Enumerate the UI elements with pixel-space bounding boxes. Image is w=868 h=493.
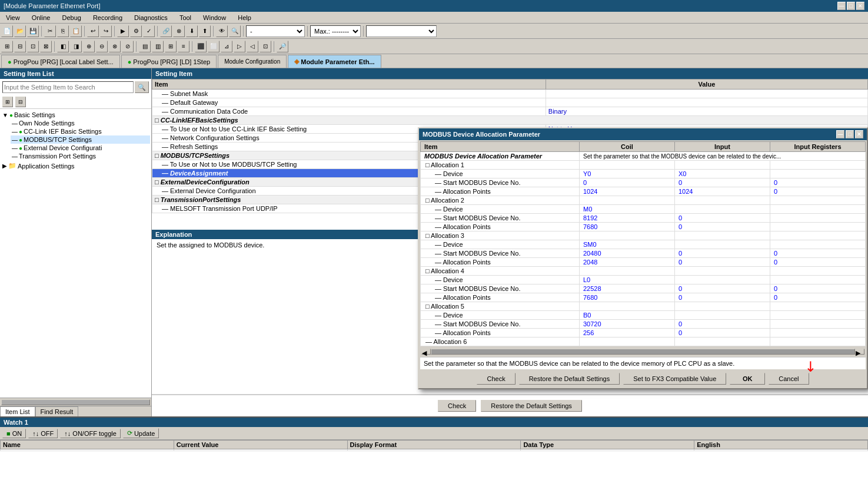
tb2-b3[interactable]: ⊡: [27, 41, 39, 52]
menu-online[interactable]: Online: [28, 14, 54, 22]
tb-search[interactable]: 🔍: [229, 25, 241, 37]
tb2-b7[interactable]: ⊕: [83, 41, 95, 52]
maximize-btn[interactable]: □: [847, 2, 855, 10]
watch-toggle-btn[interactable]: ↑↓ ON/OFF toggle: [60, 429, 121, 438]
minimize-btn[interactable]: —: [837, 2, 846, 10]
tb-save[interactable]: 💾: [27, 25, 39, 37]
dialog-restore-btn[interactable]: Restore the Default Settings: [519, 373, 620, 385]
tab-item-list[interactable]: Item List: [0, 406, 35, 416]
tb-connect[interactable]: 🔗: [160, 25, 172, 37]
tb2-b18[interactable]: ▷: [234, 41, 245, 52]
search-button[interactable]: 🔍: [135, 81, 149, 93]
hscroll-right[interactable]: ▶: [855, 349, 864, 355]
label-selector[interactable]: [366, 25, 437, 37]
dialog-cancel-btn[interactable]: Cancel: [769, 373, 809, 385]
tree-label-trans[interactable]: — Transmission Port Settings: [11, 152, 150, 160]
dialog-close-btn[interactable]: ✕: [855, 130, 863, 138]
tb2-b6[interactable]: ◨: [70, 41, 82, 52]
tab-progpou-ld[interactable]: ● ProgPou [PRG] [LD] 1Step: [121, 55, 217, 68]
tree-label-basic[interactable]: ▼ ● Basic Settings: [1, 111, 150, 119]
watch-empty-name: [1, 449, 174, 451]
tb-open[interactable]: 📂: [14, 25, 26, 37]
tb2-b15[interactable]: ⬛: [195, 41, 207, 52]
tb2-b8[interactable]: ⊖: [96, 41, 108, 52]
tb2-b2[interactable]: ⊟: [14, 41, 26, 52]
hscroll-thumb[interactable]: [431, 349, 855, 355]
tb-disconnect[interactable]: ⊗: [173, 25, 185, 37]
tb-online-read[interactable]: ⬇: [186, 25, 198, 37]
check-button[interactable]: Check: [438, 400, 476, 412]
tb2-b16[interactable]: ⬜: [208, 41, 220, 52]
tab-module-param[interactable]: ◈ Module Parameter Eth...: [288, 55, 381, 68]
menu-view[interactable]: View: [2, 14, 24, 22]
tb2-b13[interactable]: ⊞: [165, 41, 177, 52]
tb-online-write[interactable]: ⬆: [199, 25, 211, 37]
watch-on-btn[interactable]: ■ ON: [2, 429, 26, 438]
tb-cut[interactable]: ✂: [44, 25, 56, 37]
tree-label-own-node[interactable]: — Own Node Settings: [11, 119, 150, 127]
tb-redo[interactable]: ↪: [100, 25, 112, 37]
watch-col-datatype: Data Type: [521, 441, 694, 449]
tb-build[interactable]: ⚙: [130, 25, 142, 37]
tree-label-app[interactable]: ▶ 📁 Application Settings: [1, 161, 150, 170]
close-btn[interactable]: ✕: [856, 2, 864, 10]
watch-empty-datatype: [521, 449, 694, 451]
tb2-b10[interactable]: ⊘: [122, 41, 134, 52]
tb-new[interactable]: 📄: [1, 25, 13, 37]
tab-find-result[interactable]: Find Result: [35, 406, 79, 416]
dialog-check-btn[interactable]: Check: [477, 373, 515, 385]
tb2-b19[interactable]: ◁: [247, 41, 258, 52]
tb2-b12[interactable]: ▥: [152, 41, 164, 52]
tree-hscroll-thumb[interactable]: [1, 399, 150, 405]
tb-monitor[interactable]: 👁: [216, 25, 228, 37]
dialog-alloc5-start-ir: [770, 320, 866, 329]
hscroll-left[interactable]: ◀: [421, 349, 431, 355]
dialog-min-btn[interactable]: —: [836, 130, 844, 138]
watch-off-btn[interactable]: ↑↓ OFF: [28, 429, 58, 438]
dialog-fx3-btn[interactable]: Set to FX3 Compatible Value: [623, 373, 726, 385]
tb-undo[interactable]: ↩: [87, 25, 99, 37]
menu-diagnostics[interactable]: Diagnostics: [131, 14, 171, 22]
tb2-b20[interactable]: ⊡: [260, 41, 271, 52]
tab-progpou-label[interactable]: ● ProgPou [PRG] [Local Label Sett...: [1, 55, 120, 68]
menu-recording[interactable]: Recording: [89, 14, 126, 22]
menu-tool[interactable]: Tool: [176, 14, 195, 22]
dialog-alloc1-start-ir: 0: [770, 178, 866, 187]
watch-update-btn[interactable]: ⟳ Update: [123, 428, 159, 438]
tb-copy[interactable]: ⎘: [57, 25, 69, 37]
tree-label-extdev[interactable]: — ● External Device Configurati: [11, 144, 150, 152]
tb2-b9[interactable]: ⊗: [109, 41, 121, 52]
max-selector[interactable]: Max.: --------: [310, 25, 361, 37]
expand-all-btn[interactable]: ⊞: [2, 97, 13, 107]
tb2-b5[interactable]: ◧: [57, 41, 69, 52]
tb-paste[interactable]: 📋: [70, 25, 82, 37]
dialog-alloc1-start-label: — Start MODBUS Device No.: [421, 178, 580, 187]
dialog-alloc5-device-coil: B0: [580, 311, 675, 320]
restore-defaults-button[interactable]: Restore the Default Settings: [481, 400, 582, 412]
tb2-zoom[interactable]: 🔎: [277, 41, 288, 52]
tb-sep7: [307, 26, 308, 37]
dialog-hscroll[interactable]: ◀ ▶: [420, 348, 866, 356]
tb-check[interactable]: ✓: [143, 25, 155, 37]
tb2-b14[interactable]: ≡: [178, 41, 189, 52]
tree-label-modbus[interactable]: — ● MODBUS/TCP Settings: [11, 135, 150, 144]
tb2-b17[interactable]: ⊿: [221, 41, 232, 52]
tb2-b4[interactable]: ⊠: [40, 41, 52, 52]
dialog-max-btn[interactable]: □: [846, 130, 854, 138]
tree-label-cclink[interactable]: — ● CC-Link IEF Basic Settings: [11, 127, 150, 135]
menu-help[interactable]: Help: [234, 14, 255, 22]
dialog-ok-btn[interactable]: OK: [730, 373, 765, 385]
tb2-b11[interactable]: ▤: [139, 41, 151, 52]
menu-window[interactable]: Window: [199, 14, 230, 22]
tree-hscroll[interactable]: [0, 398, 151, 406]
collapse-all-btn[interactable]: ⊟: [15, 97, 26, 107]
search-input[interactable]: [2, 81, 134, 93]
dialog-alloc2-points-label: — Allocation Points: [421, 223, 580, 231]
tb2-b1[interactable]: ⊞: [1, 41, 13, 52]
tb-compile[interactable]: ▶: [117, 25, 129, 37]
target-selector[interactable]: -: [246, 25, 305, 37]
dialog-alloc1-ir-blank: [770, 161, 866, 170]
menu-debug[interactable]: Debug: [58, 14, 84, 22]
tab-module-config[interactable]: Module Configuration: [218, 55, 287, 68]
tb-sep8: [363, 26, 364, 37]
